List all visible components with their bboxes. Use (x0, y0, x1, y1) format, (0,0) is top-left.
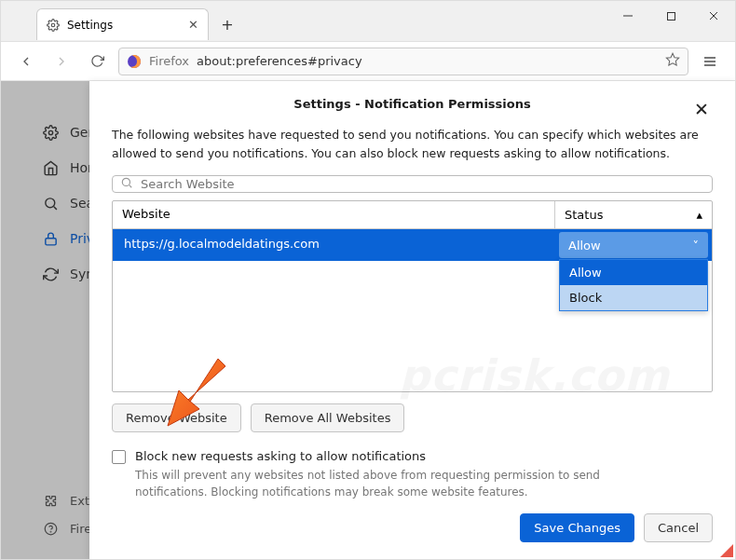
notification-permissions-modal: pcrisk.com Settings - Notification Permi… (89, 81, 735, 559)
status-value: Allow (568, 239, 601, 253)
remove-website-button[interactable]: Remove Website (112, 403, 241, 432)
block-new-requests-help: This will prevent any websites not liste… (135, 468, 638, 500)
titlebar: Settings ✕ + (1, 1, 735, 42)
remove-buttons-row: Remove Website Remove All Websites (112, 403, 713, 432)
dropdown-option-block[interactable]: Block (560, 285, 707, 310)
new-tab-button[interactable]: + (214, 11, 240, 37)
tab-title: Settings (67, 19, 113, 32)
address-bar[interactable]: Firefox about:preferences#privacy (118, 48, 688, 75)
tab-favicon-icon (47, 19, 60, 32)
window-controls (607, 1, 735, 31)
table-row[interactable]: https://g.localmodeldatings.com Allow ˅ … (113, 229, 712, 261)
chevron-down-icon: ˅ (693, 239, 700, 253)
url-protocol-label: Firefox (149, 54, 189, 68)
cell-status: Allow ˅ Allow Block (555, 229, 712, 261)
back-button[interactable] (12, 48, 40, 75)
block-new-requests-row: Block new requests asking to allow notif… (112, 449, 713, 464)
bookmark-star-icon[interactable] (665, 52, 680, 70)
toolbar: Firefox about:preferences#privacy (1, 42, 735, 81)
search-website-field[interactable] (112, 175, 713, 193)
browser-tab[interactable]: Settings ✕ (36, 8, 209, 40)
firefox-icon (127, 54, 142, 69)
cell-url: https://g.localmodeldatings.com (113, 229, 555, 261)
col-status-label: Status (565, 208, 603, 222)
modal-footer: Save Changes Cancel (112, 500, 713, 542)
svg-point-16 (122, 178, 129, 185)
url-text: about:preferences#privacy (197, 54, 362, 68)
table-header: Website Status ▴ (113, 201, 712, 229)
modal-overlay: pcrisk.com Settings - Notification Permi… (1, 81, 735, 559)
corner-fold-icon (720, 544, 733, 557)
modal-title: Settings - Notification Permissions (293, 97, 530, 111)
forward-button[interactable] (48, 48, 75, 75)
block-new-requests-checkbox[interactable] (112, 450, 126, 464)
modal-header: Settings - Notification Permissions ✕ (112, 96, 713, 111)
search-website-input[interactable] (141, 177, 704, 191)
close-window-button[interactable] (692, 1, 735, 31)
svg-rect-2 (667, 12, 675, 20)
col-website[interactable]: Website (113, 201, 555, 228)
remove-all-websites-button[interactable]: Remove All Websites (251, 403, 405, 432)
reload-button[interactable] (83, 48, 111, 75)
status-dropdown-button[interactable]: Allow ˅ (559, 232, 708, 258)
menu-button[interactable] (696, 48, 724, 75)
svg-marker-6 (666, 53, 678, 65)
minimize-button[interactable] (607, 1, 649, 31)
permissions-table: Website Status ▴ https://g.localmodeldat… (112, 200, 713, 392)
status-dropdown-menu: Allow Block (559, 259, 708, 311)
svg-point-0 (51, 23, 55, 27)
cancel-button[interactable]: Cancel (644, 513, 713, 542)
maximize-button[interactable] (649, 1, 692, 31)
col-status[interactable]: Status ▴ (555, 201, 712, 228)
modal-description: The following websites have requested to… (112, 126, 713, 162)
save-changes-button[interactable]: Save Changes (520, 513, 634, 542)
dropdown-option-allow[interactable]: Allow (560, 260, 707, 285)
modal-close-button[interactable]: ✕ (690, 98, 713, 120)
svg-line-17 (129, 185, 132, 188)
sort-arrow-icon: ▴ (696, 208, 702, 222)
tab-close-icon[interactable]: ✕ (188, 18, 198, 32)
block-new-requests-label: Block new requests asking to allow notif… (135, 449, 426, 463)
search-icon (120, 176, 133, 192)
